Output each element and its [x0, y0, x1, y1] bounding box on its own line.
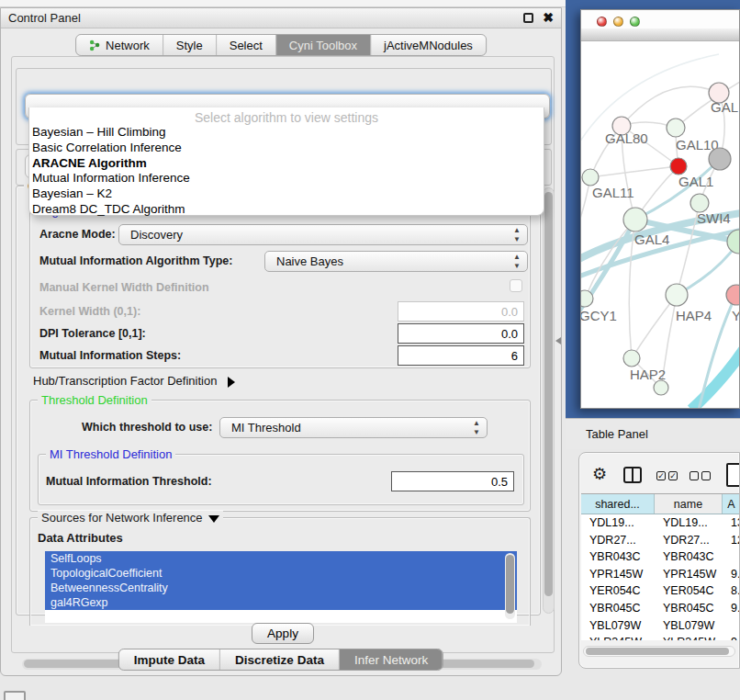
- data-attributes-list[interactable]: SelfLoopsTopologicalCoefficientBetweenne…: [45, 551, 517, 623]
- network-svg[interactable]: GALGAL80GAL10GAL1GAL11SWI4GAL4GCY1HAP4YH…: [581, 41, 740, 409]
- attribute-item[interactable]: BetweennessCentrality: [45, 581, 517, 595]
- close-traffic-light-icon[interactable]: [597, 17, 607, 27]
- tab-impute-data[interactable]: Impute Data: [119, 649, 220, 670]
- window-top-strip: [0, 0, 566, 7]
- document-icon[interactable]: [726, 463, 740, 487]
- kernel-width-field[interactable]: 0.0: [398, 301, 524, 322]
- control-panel-titlebar: Control Panel ✖: [1, 8, 561, 28]
- network-edge[interactable]: [632, 295, 677, 358]
- algorithm-definition-group: Algorithm Definition Aracne Mode: Discov…: [29, 210, 531, 368]
- dropdown-item[interactable]: Mutual Information Inference: [29, 171, 544, 186]
- algorithm-dropdown-list: Bayesian – Hill ClimbingBasic Correlatio…: [29, 125, 544, 218]
- settings-vertical-scrollbar[interactable]: [543, 187, 555, 614]
- network-node-gal11[interactable]: [582, 169, 599, 186]
- network-node-gal10[interactable]: [667, 119, 685, 137]
- network-node-gal1[interactable]: [670, 158, 687, 175]
- table-row[interactable]: YDR27...YDR27...12: [581, 532, 740, 549]
- table-row[interactable]: YPR145WYPR145W9.: [581, 566, 740, 583]
- aracne-mode-label: Aracne Mode:: [39, 228, 116, 241]
- tab-label: Select: [230, 39, 263, 52]
- splitter-collapse-arrow-icon[interactable]: [555, 337, 561, 344]
- tab-cyni-toolbox[interactable]: Cyni Toolbox: [276, 35, 371, 55]
- dropdown-item[interactable]: Basic Correlation Inference: [29, 141, 544, 156]
- manual-kernel-checkbox[interactable]: [510, 279, 522, 292]
- network-node-gray[interactable]: [709, 148, 731, 170]
- kernel-width-label: Kernel Width (0,1):: [39, 305, 140, 318]
- network-node-hap4[interactable]: [666, 284, 688, 306]
- aracne-mode-combobox[interactable]: Discovery ▲▼: [118, 224, 528, 245]
- network-node-salmon[interactable]: [726, 285, 740, 305]
- dpi-tolerance-field[interactable]: 0.0: [398, 323, 524, 344]
- column-header[interactable]: A: [723, 494, 740, 514]
- dropdown-item[interactable]: Bayesian – Hill Climbing: [29, 125, 544, 141]
- scrollbar-thumb[interactable]: [586, 648, 729, 655]
- table-body: YDL19...YDL19...13YDR27...YDR27...12YBR0…: [581, 514, 740, 640]
- dropdown-item[interactable]: Bayesian – K2: [29, 186, 544, 202]
- cyni-toolbox-panel: gal4filtered.sif default node Select alg…: [11, 56, 555, 653]
- maximize-traffic-light-icon[interactable]: [630, 17, 640, 27]
- sources-title: Sources for Network Inference: [41, 511, 203, 525]
- tab-jactivemnodules[interactable]: jActiveMNodules: [371, 35, 486, 55]
- checked-box-icon: ✓: [656, 471, 666, 480]
- column-header[interactable]: name: [655, 494, 723, 514]
- mi-type-combobox[interactable]: Naive Bayes ▲▼: [264, 251, 528, 272]
- stepper-arrows-icon: ▲▼: [513, 226, 521, 244]
- node-table: shared...nameA YDL19...YDL19...13YDR27..…: [581, 493, 740, 640]
- network-edge[interactable]: [590, 166, 678, 177]
- which-threshold-combobox[interactable]: MI Threshold ▲▼: [219, 417, 488, 438]
- table-horizontal-scrollbar[interactable]: [583, 646, 735, 657]
- table-cell: [723, 548, 740, 566]
- attr-items: SelfLoopsTopologicalCoefficientBetweenne…: [45, 551, 517, 610]
- dropdown-item[interactable]: Dream8 DC_TDC Algorithm: [29, 202, 544, 218]
- table-cell: YLR345W: [655, 634, 723, 640]
- checked-box-icon: ✓: [668, 471, 678, 480]
- scrollbar-thumb[interactable]: [544, 192, 553, 596]
- table-row[interactable]: YER054CYER054C8.: [581, 582, 740, 600]
- network-node-bottom[interactable]: [654, 380, 668, 395]
- deselect-all-columns-icon[interactable]: [690, 471, 711, 480]
- cyni-algorithm-settings-group: Cyni Algorithm Settings Algorithm Defini…: [16, 186, 541, 615]
- close-icon[interactable]: ✖: [543, 10, 554, 25]
- minimize-traffic-light-icon[interactable]: [613, 17, 623, 27]
- tab-network[interactable]: Network: [76, 35, 163, 55]
- network-node-swi4[interactable]: [690, 194, 709, 212]
- tab-style[interactable]: Style: [163, 35, 217, 55]
- apply-button[interactable]: Apply: [252, 623, 314, 644]
- attribute-item[interactable]: TopologicalCoefficient: [45, 566, 517, 581]
- column-header[interactable]: shared...: [581, 494, 655, 514]
- network-node-gal4[interactable]: [623, 208, 647, 231]
- table-row[interactable]: YLR345WYLR345W9.: [581, 634, 740, 640]
- table-row[interactable]: YDL19...YDL19...13: [581, 514, 740, 532]
- tab-discretize-data[interactable]: Discretize Data: [220, 649, 340, 670]
- mi-type-label: Mutual Information Algorithm Type:: [39, 254, 232, 267]
- network-edge[interactable]: [691, 343, 740, 409]
- network-node-gcy1[interactable]: [581, 290, 593, 307]
- mi-steps-field[interactable]: 6: [398, 345, 524, 366]
- threshold-definition-group: Threshold Definition Which threshold to …: [29, 400, 531, 512]
- hub-definition-toggle[interactable]: Hub/Transcription Factor Definition: [33, 374, 235, 388]
- attribute-item[interactable]: SelfLoops: [45, 551, 517, 566]
- table-cell: [723, 617, 740, 635]
- group-title: Threshold Definition: [38, 393, 151, 407]
- attributes-scrollbar[interactable]: [505, 553, 515, 619]
- table-row[interactable]: YBR045CYBR045C9.: [581, 600, 740, 617]
- float-window-icon[interactable]: [523, 13, 533, 23]
- columns-icon[interactable]: [623, 467, 642, 483]
- network-node-hap2[interactable]: [623, 350, 640, 367]
- table-cell: YBR043C: [655, 548, 723, 566]
- dropdown-item[interactable]: ARACNE Algorithm: [29, 156, 544, 172]
- desktop-background: GALGAL80GAL10GAL1GAL11SWI4GAL4GCY1HAP4YH…: [566, 0, 740, 418]
- which-threshold-label: Which threshold to use:: [82, 421, 212, 434]
- tab-infer-network[interactable]: Infer Network: [340, 649, 443, 670]
- table-row[interactable]: YBL079WYBL079W: [581, 617, 740, 635]
- tab-select[interactable]: Select: [217, 35, 276, 55]
- minimized-panel-button[interactable]: [4, 691, 26, 700]
- select-all-columns-icon[interactable]: ✓✓: [656, 471, 678, 480]
- mi-threshold-field[interactable]: 0.5: [391, 471, 514, 491]
- table-row[interactable]: YBR043CYBR043C: [581, 548, 740, 566]
- network-node-label: GCY1: [581, 308, 617, 323]
- table-cell: 12: [723, 532, 740, 549]
- attribute-item[interactable]: gal4RGexp: [45, 595, 517, 610]
- scrollbar-thumb[interactable]: [506, 555, 514, 614]
- gear-icon[interactable]: ⚙: [592, 464, 607, 484]
